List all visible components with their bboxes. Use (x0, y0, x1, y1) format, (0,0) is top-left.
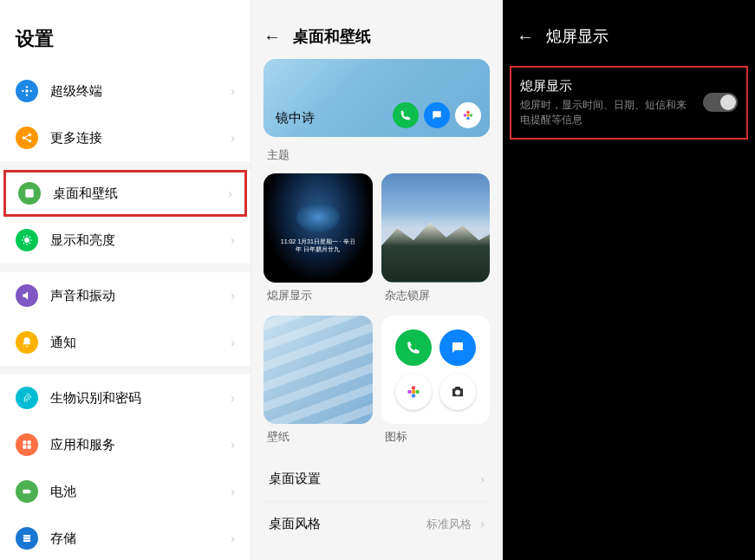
panel3-title: 熄屏显示 (546, 26, 609, 47)
svg-point-30 (407, 389, 412, 394)
aod-card[interactable]: 11:02 1月31日星期一 · 辛丑 年 日年腊月廿九 (264, 173, 373, 283)
chevron-right-icon: › (231, 131, 235, 145)
display-grid-labels1: 熄屏显示 杂志锁屏 (264, 288, 490, 303)
display-grid-row2 (264, 316, 490, 425)
svg-rect-16 (23, 535, 30, 537)
chevron-right-icon: › (480, 517, 485, 531)
settings-list: 超级终端 › 更多连接 › 桌面和壁纸 › 显示和亮度 › 声音和振动 › 通知 (0, 68, 251, 560)
item-label: 桌面风格 (269, 516, 321, 532)
chevron-right-icon: › (228, 186, 232, 200)
network-icon (16, 80, 38, 102)
aod-panel: ← 熄屏显示 熄屏显示 熄屏时，显示时间、日期、短信和来电提醒等信息 (503, 0, 755, 560)
svg-point-27 (412, 386, 416, 390)
back-button[interactable]: ← (264, 27, 281, 47)
svg-point-3 (22, 90, 23, 92)
aod-toggle-title: 熄屏显示 (520, 78, 694, 94)
section-gap (0, 264, 251, 272)
settings-item-home-wallpaper[interactable]: 桌面和壁纸 › (3, 170, 247, 217)
item-value: 标准风格 (426, 518, 472, 531)
item-label: 生物识别和密码 (50, 390, 231, 407)
svg-rect-15 (30, 491, 31, 492)
section-gap (0, 366, 251, 374)
settings-item-battery[interactable]: 电池 › (0, 468, 251, 515)
icon-label: 图标 (381, 429, 491, 445)
svg-point-29 (412, 394, 416, 398)
settings-item-display-brightness[interactable]: 显示和亮度 › (0, 217, 251, 264)
chevron-right-icon: › (231, 438, 235, 452)
theme-card-title: 镜中诗 (276, 110, 315, 127)
panel2-content: 镜中诗 主题 11:02 1月31日星期一 · 辛丑 年 日年腊月廿九 熄屏显示… (251, 59, 502, 546)
settings-item-super-device[interactable]: 超级终端 › (0, 68, 251, 114)
chat-icon (424, 102, 450, 128)
phone-icon (393, 102, 419, 128)
aod-toggle-text: 熄屏显示 熄屏时，显示时间、日期、短信和来电提醒等信息 (520, 78, 694, 127)
svg-rect-13 (28, 446, 31, 449)
sound-icon (16, 284, 38, 307)
storage-icon (16, 527, 38, 550)
svg-point-4 (30, 90, 32, 92)
svg-rect-12 (23, 446, 26, 449)
svg-point-22 (466, 111, 470, 114)
settings-item-notifications[interactable]: 通知 › (0, 319, 251, 366)
lock-label: 杂志锁屏 (381, 288, 491, 303)
settings-item-storage[interactable]: 存储 › (0, 515, 251, 560)
svg-rect-10 (23, 440, 26, 444)
aod-toggle-desc: 熄屏时，显示时间、日期、短信和来电提醒等信息 (520, 98, 694, 127)
share-icon (16, 127, 38, 149)
flower-icon (455, 102, 481, 128)
svg-point-0 (25, 89, 29, 93)
display-grid-labels2: 壁纸 图标 (264, 429, 490, 445)
settings-item-biometrics-password[interactable]: 生物识别和密码 › (0, 374, 251, 421)
aod-label: 熄屏显示 (264, 288, 373, 303)
aod-time2: 年 日年腊月廿九 (296, 245, 340, 253)
battery-icon (16, 480, 38, 503)
display-grid-row1: 11:02 1月31日星期一 · 辛丑 年 日年腊月廿九 (264, 173, 490, 283)
settings-title: 设置 (0, 0, 251, 68)
svg-point-28 (415, 389, 420, 394)
icon-card[interactable] (381, 316, 491, 425)
chevron-right-icon: › (231, 84, 235, 98)
svg-point-23 (470, 114, 473, 117)
svg-rect-14 (23, 490, 29, 494)
back-button[interactable]: ← (517, 27, 534, 47)
aod-toggle-row[interactable]: 熄屏显示 熄屏时，显示时间、日期、短信和来电提醒等信息 (510, 66, 748, 140)
theme-card[interactable]: 镜中诗 (264, 59, 490, 137)
chevron-right-icon: › (231, 531, 235, 545)
apps-icon (16, 433, 38, 456)
svg-point-9 (24, 238, 29, 243)
chevron-right-icon: › (231, 391, 235, 405)
chevron-right-icon: › (231, 335, 235, 349)
section-gap (0, 161, 251, 170)
picture-icon (18, 182, 41, 205)
svg-point-25 (464, 114, 467, 117)
svg-point-24 (466, 117, 470, 120)
phone-icon (395, 329, 432, 366)
desktop-style-item[interactable]: 桌面风格 标准风格 › (264, 502, 490, 546)
aod-toggle-switch[interactable] (703, 93, 738, 112)
brightness-icon (16, 229, 38, 251)
item-label: 声音和振动 (50, 288, 231, 304)
svg-point-1 (26, 86, 28, 88)
svg-point-21 (466, 114, 470, 117)
svg-rect-11 (28, 440, 31, 444)
flower-icon (395, 374, 432, 410)
settings-item-apps-services[interactable]: 应用和服务 › (0, 421, 251, 468)
item-label: 通知 (50, 335, 231, 351)
settings-item-sound-vibration[interactable]: 声音和振动 › (0, 272, 251, 319)
item-label: 显示和亮度 (50, 232, 231, 249)
home-wallpaper-panel: ← 桌面和壁纸 镜中诗 主题 11:02 1月31日星期一 · 辛丑 年 日年腊… (251, 0, 503, 560)
svg-point-31 (455, 389, 460, 394)
settings-item-more-connections[interactable]: 更多连接 › (0, 114, 251, 161)
fingerprint-icon (16, 387, 38, 409)
aod-time: 11:02 1月31日星期一 · 辛丑 (281, 238, 355, 245)
magazine-lock-card[interactable] (381, 173, 491, 283)
svg-point-2 (26, 94, 28, 96)
theme-label: 主题 (264, 144, 490, 173)
panel2-header: ← 桌面和壁纸 (251, 0, 502, 59)
item-label: 应用和服务 (50, 437, 231, 453)
camera-icon (439, 374, 476, 410)
desktop-settings-item[interactable]: 桌面设置 › (264, 457, 490, 502)
wallpaper-card[interactable] (264, 316, 373, 425)
wallpaper-label: 壁纸 (264, 429, 373, 445)
svg-rect-18 (23, 540, 30, 542)
